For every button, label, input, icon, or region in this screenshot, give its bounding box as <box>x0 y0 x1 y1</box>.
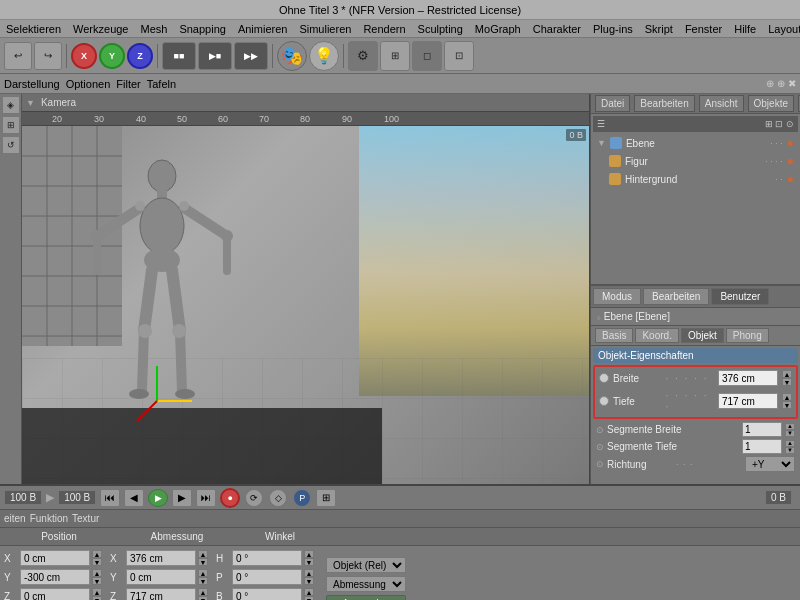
menu-layout[interactable]: Layout: <box>766 23 800 35</box>
pos-x-stepper[interactable]: ▲ ▼ <box>92 550 102 566</box>
rtab-datei[interactable]: Datei <box>595 95 630 112</box>
tool-x-axis[interactable]: X <box>71 43 97 69</box>
abm-x-stepper[interactable]: ▲ ▼ <box>198 550 208 566</box>
tiefe-input[interactable]: 717 cm <box>718 393 778 409</box>
abm-z-stepper[interactable]: ▲ ▼ <box>198 588 208 600</box>
ls-btn-3[interactable]: ↺ <box>2 136 20 154</box>
abm-z-down[interactable]: ▼ <box>198 596 208 600</box>
menu-simulieren[interactable]: Simulieren <box>297 23 353 35</box>
anwenden-button[interactable]: Anwenden <box>326 595 406 600</box>
tl-key-btn[interactable]: ◇ <box>268 488 288 508</box>
lower-tab-modus[interactable]: Modus <box>593 288 641 305</box>
win-b-down[interactable]: ▼ <box>304 596 314 600</box>
win-h-stepper[interactable]: ▲ ▼ <box>304 550 314 566</box>
abm-y-input[interactable] <box>126 569 196 585</box>
menu-plugins[interactable]: Plug-ins <box>591 23 635 35</box>
tool-sculpt-2[interactable]: 💡 <box>309 41 339 71</box>
seg-breite-down[interactable]: ▼ <box>785 430 795 437</box>
menu-skript[interactable]: Skript <box>643 23 675 35</box>
tl-skip-forward[interactable]: ⏭ <box>196 489 216 507</box>
win-p-stepper[interactable]: ▲ ▼ <box>304 569 314 585</box>
menu-mesh[interactable]: Mesh <box>138 23 169 35</box>
abm-x-down[interactable]: ▼ <box>198 558 208 566</box>
breite-stepper[interactable]: ▲ ▼ <box>782 370 792 386</box>
abm-y-stepper[interactable]: ▲ ▼ <box>198 569 208 585</box>
abm-z-up[interactable]: ▲ <box>198 588 208 596</box>
tool-extra4[interactable]: ⊡ <box>444 41 474 71</box>
breite-input[interactable]: 376 cm <box>718 370 778 386</box>
rtab-objekte[interactable]: Objekte <box>748 95 794 112</box>
pos-z-stepper[interactable]: ▲ ▼ <box>92 588 102 600</box>
ls-btn-1[interactable]: ◈ <box>2 96 20 114</box>
win-p-up[interactable]: ▲ <box>304 569 314 577</box>
tool-extra1[interactable]: ⚙ <box>348 41 378 71</box>
pos-x-input[interactable] <box>20 550 90 566</box>
abm-y-up[interactable]: ▲ <box>198 569 208 577</box>
tiefe-up[interactable]: ▲ <box>782 393 792 401</box>
tl-auto-key[interactable]: ⟳ <box>244 488 264 508</box>
rtab-ansicht[interactable]: Ansicht <box>699 95 744 112</box>
lower-tab-bearbeiten[interactable]: Bearbeiten <box>643 288 709 305</box>
tree-item-ebene[interactable]: ▼ Ebene · · · ● <box>593 134 798 152</box>
tool-redo[interactable]: ↪ <box>34 42 62 70</box>
menu-hilfe[interactable]: Hilfe <box>732 23 758 35</box>
menu-werkzeuge[interactable]: Werkzeuge <box>71 23 130 35</box>
pos-z-input[interactable] <box>20 588 90 600</box>
seg-tiefe-stepper[interactable]: ▲ ▼ <box>785 440 795 454</box>
win-p-down[interactable]: ▼ <box>304 577 314 585</box>
breite-radio[interactable] <box>599 373 609 383</box>
abm-x-input[interactable] <box>126 550 196 566</box>
menu-snapping[interactable]: Snapping <box>177 23 228 35</box>
tool-render-region[interactable]: ■■ <box>162 42 196 70</box>
lower-tab-benutzer[interactable]: Benutzer <box>711 288 769 305</box>
sub-tab-koord[interactable]: Koord. <box>635 328 678 343</box>
viewport[interactable]: ▼ Kamera 20 30 40 50 60 70 80 90 100 <box>22 94 590 484</box>
rtab-bearbeiten[interactable]: Bearbeiten <box>634 95 694 112</box>
abmessung-select[interactable]: Abmessung <box>326 576 406 592</box>
tl-skip-back[interactable]: ⏮ <box>100 489 120 507</box>
win-h-down[interactable]: ▼ <box>304 558 314 566</box>
tool-render-all[interactable]: ▶▶ <box>234 42 268 70</box>
seg-breite-stepper[interactable]: ▲ ▼ <box>785 423 795 437</box>
ls-btn-2[interactable]: ⊞ <box>2 116 20 134</box>
pos-y-input[interactable] <box>20 569 90 585</box>
richtung-select[interactable]: +Y +X +Z <box>745 456 795 472</box>
win-h-up[interactable]: ▲ <box>304 550 314 558</box>
win-h-input[interactable] <box>232 550 302 566</box>
tb2-tafeln[interactable]: Tafeln <box>147 78 176 90</box>
pos-x-up[interactable]: ▲ <box>92 550 102 558</box>
bt-eiten[interactable]: eiten <box>4 513 26 524</box>
menu-animieren[interactable]: Animieren <box>236 23 290 35</box>
win-p-input[interactable] <box>232 569 302 585</box>
seg-breite-input[interactable] <box>742 422 782 437</box>
menu-charakter[interactable]: Charakter <box>531 23 583 35</box>
tb2-darstellung[interactable]: Darstellung <box>4 78 60 90</box>
seg-tiefe-up[interactable]: ▲ <box>785 440 795 447</box>
win-b-stepper[interactable]: ▲ ▼ <box>304 588 314 600</box>
tree-item-hintergrund[interactable]: Hintergrund · · ● <box>593 170 798 188</box>
tl-play-btn[interactable]: ▶ <box>148 489 168 507</box>
tiefe-radio[interactable] <box>599 396 609 406</box>
abm-y-down[interactable]: ▼ <box>198 577 208 585</box>
tiefe-down[interactable]: ▼ <box>782 401 792 409</box>
tl-param-btn[interactable]: P <box>292 488 312 508</box>
menu-fenster[interactable]: Fenster <box>683 23 724 35</box>
seg-tiefe-input[interactable] <box>742 439 782 454</box>
abm-x-up[interactable]: ▲ <box>198 550 208 558</box>
breite-up[interactable]: ▲ <box>782 370 792 378</box>
sub-tab-phong[interactable]: Phong <box>726 328 769 343</box>
tool-z-axis[interactable]: Z <box>127 43 153 69</box>
tool-sculpt-round[interactable]: 🎭 <box>277 41 307 71</box>
tl-extra[interactable]: ⊞ <box>316 489 336 507</box>
tl-record-btn[interactable]: ● <box>220 488 240 508</box>
tiefe-stepper[interactable]: ▲ ▼ <box>782 393 792 409</box>
pos-y-down[interactable]: ▼ <box>92 577 102 585</box>
tl-next-frame[interactable]: ▶ <box>172 489 192 507</box>
menu-selektieren[interactable]: Selektieren <box>4 23 63 35</box>
seg-tiefe-down[interactable]: ▼ <box>785 447 795 454</box>
win-b-up[interactable]: ▲ <box>304 588 314 596</box>
menu-sculpting[interactable]: Sculpting <box>416 23 465 35</box>
tl-prev-frame[interactable]: ◀ <box>124 489 144 507</box>
viewport-scene[interactable]: 0 B <box>22 126 589 484</box>
seg-breite-up[interactable]: ▲ <box>785 423 795 430</box>
